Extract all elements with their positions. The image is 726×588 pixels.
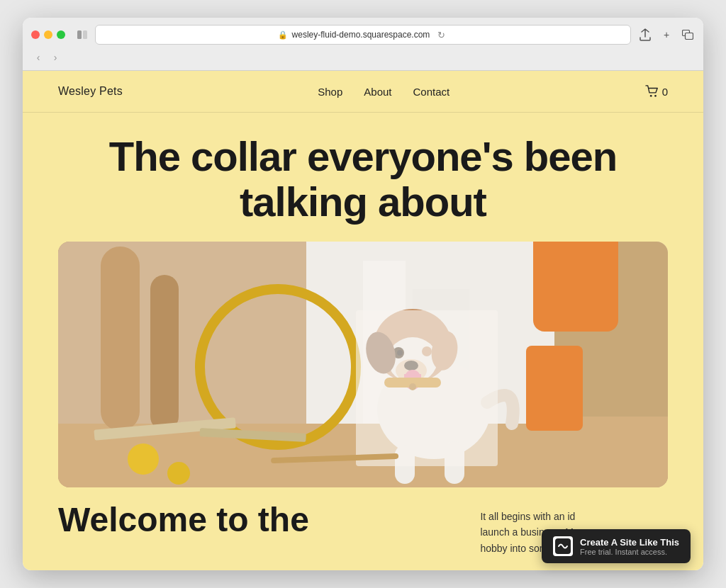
address-bar[interactable]: 🔒 wesley-fluid-demo.squarespace.com ↻ [95, 25, 631, 45]
hero-title: The collar everyone's been talking about [58, 134, 668, 225]
address-bar-row: ‹ › [31, 50, 695, 70]
site-nav: Wesley Pets Shop About Contact 0 [23, 71, 703, 113]
svg-rect-16 [526, 346, 583, 431]
cart-area[interactable]: 0 [645, 85, 668, 98]
hero-section: The collar everyone's been talking about [23, 113, 703, 487]
maximize-button[interactable] [57, 30, 65, 39]
squarespace-main-text: Create A Site Like This [580, 537, 679, 548]
svg-rect-37 [356, 310, 498, 466]
lock-icon: 🔒 [278, 30, 288, 40]
squarespace-logo [553, 536, 573, 556]
reload-button[interactable]: ↻ [434, 28, 448, 42]
dog-illustration [58, 242, 668, 487]
svg-rect-10 [533, 242, 618, 332]
nav-shop[interactable]: Shop [318, 86, 342, 98]
nav-about[interactable]: About [364, 86, 391, 98]
nav-links: Shop About Contact [318, 86, 449, 98]
svg-point-5 [654, 95, 657, 97]
squarespace-text: Create A Site Like This Free trial. Inst… [580, 537, 679, 556]
svg-rect-11 [101, 247, 140, 431]
svg-rect-3 [686, 33, 693, 40]
back-arrow[interactable]: ‹ [31, 50, 45, 64]
browser-chrome: 🔒 wesley-fluid-demo.squarespace.com ↻ + [23, 18, 703, 71]
close-button[interactable] [31, 30, 40, 39]
browser-actions: + [638, 28, 695, 42]
site-logo[interactable]: Wesley Pets [58, 85, 123, 98]
bottom-heading: Welcome to the [58, 502, 309, 539]
squarespace-sub-text: Free trial. Instant access. [580, 548, 679, 556]
svg-point-18 [167, 462, 190, 485]
url-text: wesley-fluid-demo.squarespace.com [292, 30, 430, 40]
svg-point-4 [650, 95, 652, 97]
svg-rect-0 [77, 30, 82, 39]
traffic-lights [31, 30, 65, 39]
sidebar-toggle-icon[interactable] [77, 29, 88, 40]
browser-window: 🔒 wesley-fluid-demo.squarespace.com ↻ + [23, 18, 703, 570]
windows-button[interactable] [681, 28, 695, 42]
forward-arrow[interactable]: › [48, 50, 62, 64]
nav-contact[interactable]: Contact [413, 86, 450, 98]
cart-count: 0 [662, 86, 668, 98]
svg-point-17 [128, 443, 159, 475]
svg-rect-1 [83, 30, 87, 39]
share-button[interactable] [638, 28, 652, 42]
window-controls [77, 29, 88, 40]
add-tab-button[interactable]: + [659, 28, 674, 42]
hero-image [58, 242, 668, 487]
squarespace-banner[interactable]: Create A Site Like This Free trial. Inst… [542, 529, 691, 563]
svg-rect-12 [150, 275, 179, 431]
minimize-button[interactable] [44, 30, 52, 39]
website-content: Wesley Pets Shop About Contact 0 The col… [23, 71, 703, 570]
cart-icon [645, 85, 659, 98]
nav-arrows: ‹ › [31, 50, 62, 64]
